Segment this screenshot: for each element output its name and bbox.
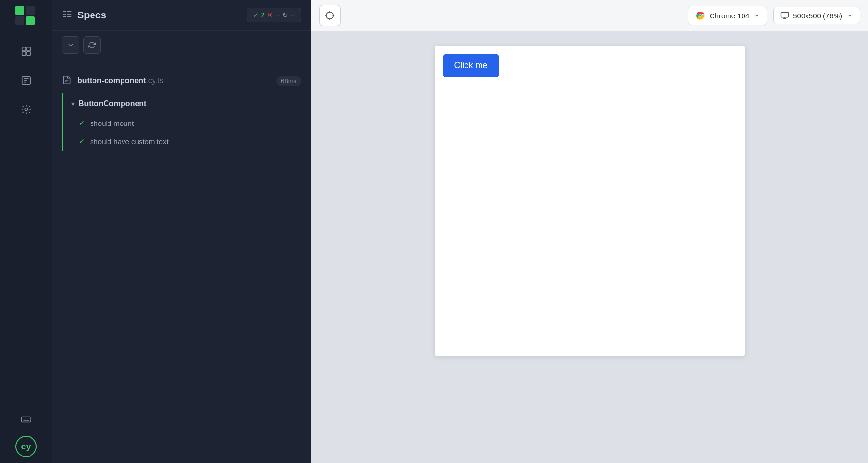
pending-count: --: [291, 11, 295, 19]
running-icon: ↻: [282, 11, 288, 19]
divider: [62, 64, 301, 64]
svg-rect-0: [22, 47, 25, 51]
panel-title: Specs: [78, 10, 106, 21]
logo[interactable]: [16, 6, 37, 27]
sidebar-item-specs[interactable]: [16, 70, 37, 91]
svg-rect-9: [21, 417, 30, 422]
svg-point-26: [699, 15, 701, 16]
cy-logo-badge[interactable]: cy: [16, 436, 37, 457]
sidebar: cy: [0, 0, 52, 463]
chrome-icon: [695, 10, 706, 21]
svg-rect-2: [22, 52, 25, 55]
cy-badge-text: cy: [21, 442, 31, 452]
fail-x-icon: ✕: [267, 11, 273, 19]
file-item[interactable]: button-component.cy.ts 68ms: [52, 68, 311, 93]
panel-header-left: Specs: [62, 9, 106, 21]
test-name: should mount: [90, 119, 134, 127]
status-summary: ✓ 2 ✕ -- ↻ --: [247, 8, 301, 22]
test-item[interactable]: ✓ should mount: [63, 114, 311, 132]
viewport-dropdown-icon: [846, 12, 853, 19]
svg-point-18: [326, 12, 334, 19]
component-preview-frame: Click me: [435, 46, 745, 356]
preview-area: Click me: [311, 31, 868, 463]
viewport-size: 500x500 (76%): [793, 12, 842, 20]
suite-header[interactable]: ▾ ButtonComponent: [63, 93, 311, 114]
specs-list-icon: [62, 9, 73, 21]
file-duration: 68ms: [276, 76, 301, 86]
file-name: button-component.cy.ts: [78, 77, 270, 85]
viewport-selector[interactable]: 500x500 (76%): [773, 7, 860, 24]
pass-check-icon: ✓: [253, 11, 259, 19]
viewport-icon: [780, 11, 789, 20]
fail-count: --: [275, 11, 279, 19]
test-pass-icon: ✓: [79, 119, 85, 127]
sidebar-item-settings[interactable]: [16, 99, 37, 120]
svg-rect-3: [26, 52, 30, 55]
test-suite: ▾ ButtonComponent ✓ should mount ✓ shoul…: [62, 93, 311, 151]
dropdown-button[interactable]: [62, 36, 79, 54]
svg-point-8: [25, 108, 28, 111]
preview-header: Chrome 104 500x500 (76%): [311, 0, 868, 31]
click-me-button[interactable]: Click me: [443, 54, 499, 77]
sidebar-item-keyboard-shortcuts[interactable]: [16, 409, 37, 430]
test-item[interactable]: ✓ should have custom text: [63, 132, 311, 151]
crosshair-button[interactable]: [319, 5, 341, 26]
test-pass-icon: ✓: [79, 137, 85, 146]
panel-controls: [52, 31, 311, 60]
panel-header: Specs ✓ 2 ✕ -- ↻ --: [52, 0, 311, 31]
suite-name: ButtonComponent: [78, 99, 146, 108]
browser-name: Chrome 104: [710, 12, 750, 20]
svg-rect-1: [26, 47, 30, 51]
pass-count: 2: [261, 11, 265, 19]
preview-panel: Chrome 104 500x500 (76%) Click me: [311, 0, 868, 463]
pass-status-badge: ✓ 2 ✕ -- ↻ --: [247, 8, 301, 22]
file-doc-icon: [62, 75, 72, 87]
sidebar-item-component-testing[interactable]: [16, 41, 37, 62]
browser-dropdown-icon: [753, 12, 760, 19]
suite-chevron-icon: ▾: [71, 100, 75, 108]
browser-selector[interactable]: Chrome 104: [688, 6, 768, 25]
refresh-button[interactable]: [83, 36, 101, 54]
specs-panel: Specs ✓ 2 ✕ -- ↻ --: [52, 0, 311, 463]
svg-rect-27: [781, 12, 789, 17]
test-name: should have custom text: [90, 138, 169, 146]
